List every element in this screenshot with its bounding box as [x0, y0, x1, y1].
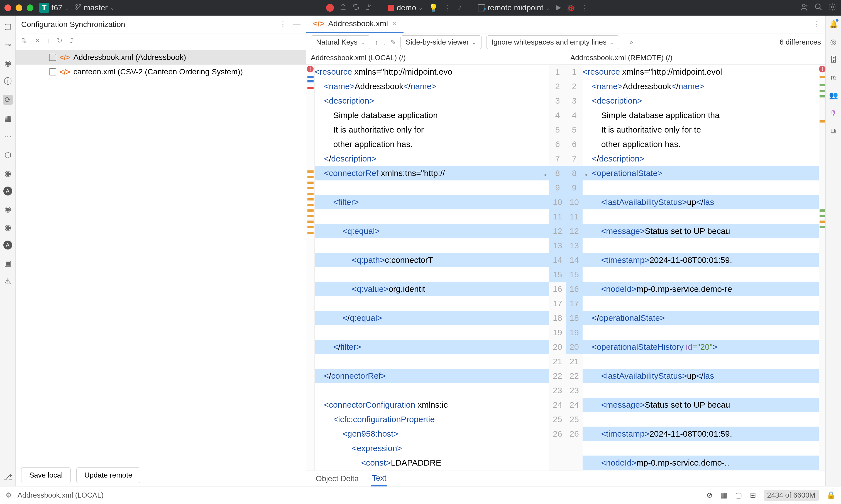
- commit-icon[interactable]: ⊸: [3, 39, 13, 50]
- project-selector[interactable]: T t67 ⌄: [39, 3, 69, 13]
- help-icon[interactable]: ⓘ: [3, 76, 13, 86]
- tree-item[interactable]: </> Addressbook.xml (Addressbook): [16, 50, 306, 65]
- team-icon[interactable]: 👥: [828, 90, 839, 100]
- remote-file-label: Addressbook.xml (REMOTE) (/): [566, 51, 825, 65]
- status-bar: ⚙ Addressbook.xml (LOCAL) ⊘ ▦ ▢ ⊞ 2434 o…: [0, 486, 841, 504]
- hex-icon[interactable]: ⬡: [3, 150, 13, 160]
- xml-file-icon: </>: [59, 53, 70, 62]
- right-tool-rail: 🔔 ◎ 🗄 m 👥 🎙 ⧉: [825, 16, 841, 486]
- prev-diff-icon[interactable]: ↑: [375, 38, 378, 46]
- vcs-icon[interactable]: ⎇: [3, 472, 13, 482]
- sync-panel: Configuration Synchronization ⋮ — ⇅ ✕ | …: [16, 16, 306, 486]
- refresh-icon[interactable]: [352, 3, 359, 13]
- dot3-icon[interactable]: ◉: [3, 222, 13, 232]
- local-code[interactable]: <resource xmlns="http://midpoint.evo <na…: [315, 65, 549, 471]
- next-diff-icon[interactable]: ↓: [382, 38, 386, 46]
- status-icon[interactable]: ⊘: [706, 491, 713, 500]
- save-local-button[interactable]: Save local: [21, 467, 71, 483]
- sync-icon[interactable]: ⟳: [3, 95, 13, 105]
- run-icon[interactable]: [556, 5, 561, 11]
- svg-point-5: [831, 6, 834, 8]
- more-icon[interactable]: ⋮: [444, 3, 452, 13]
- panel-title: Configuration Synchronization: [21, 20, 273, 29]
- add-user-icon[interactable]: [800, 3, 809, 13]
- branch-selector[interactable]: master ⌄: [75, 3, 115, 12]
- debug-icon[interactable]: 🐞: [567, 4, 575, 12]
- status-icon[interactable]: ▢: [735, 491, 742, 500]
- expand-all-icon[interactable]: ⇅: [21, 37, 27, 44]
- whitespace-mode-selector[interactable]: Ignore whitespaces and empty lines ⌄: [486, 35, 619, 49]
- edit-icon[interactable]: ✎: [390, 38, 396, 46]
- titlebar: T t67 ⌄ master ⌄ demo ⌄ 💡 ⋮ ⤢ remote mid…: [0, 0, 841, 16]
- minimize-window[interactable]: [16, 4, 22, 11]
- m-icon[interactable]: m: [828, 72, 839, 83]
- more-icon[interactable]: ⋯: [3, 131, 13, 142]
- chevron-down-icon: ⌄: [418, 4, 423, 11]
- branch-icon: [75, 3, 82, 12]
- more-icon[interactable]: ⋮: [581, 3, 589, 13]
- spiral-icon[interactable]: ◎: [828, 37, 839, 47]
- gear-dot-icon[interactable]: ◉: [3, 58, 13, 68]
- folder-icon[interactable]: ▢: [3, 21, 13, 31]
- left-marks: !: [306, 65, 315, 471]
- diff-view-tabs: Object Delta Text: [306, 471, 825, 486]
- checkbox[interactable]: [49, 54, 56, 61]
- remote-selector[interactable]: remote midpoint ⌄: [478, 3, 550, 12]
- warning-icon[interactable]: ⚠: [3, 276, 13, 286]
- chevron-down-icon: ⌄: [609, 39, 614, 46]
- editor-area: </> Addressbook.xml ✕ ⋮ Natural Keys ⌄ ↑…: [306, 16, 825, 486]
- search-icon[interactable]: [814, 3, 823, 13]
- upload-icon[interactable]: [339, 3, 347, 13]
- collab-icon[interactable]: ⧉: [828, 126, 839, 136]
- panel-minimize-icon[interactable]: —: [293, 20, 301, 29]
- zoom-window[interactable]: [27, 4, 33, 11]
- reload-icon[interactable]: ↻: [57, 37, 62, 44]
- local-pane[interactable]: ! <resource xmlns=: [306, 65, 549, 471]
- merge-right-icon[interactable]: »: [543, 168, 547, 182]
- checkbox[interactable]: [49, 68, 56, 75]
- line-gutter: 1234567891011121314151617181920212223242…: [549, 65, 583, 471]
- scroll-sync-icon[interactable]: »: [629, 38, 633, 46]
- expand-icon[interactable]: ⤢: [457, 4, 462, 11]
- update-remote-button[interactable]: Update remote: [76, 467, 140, 483]
- close-tab-icon[interactable]: ✕: [392, 20, 397, 27]
- tab-object-delta[interactable]: Object Delta: [315, 471, 360, 486]
- dot2-icon[interactable]: ◉: [3, 204, 13, 214]
- tree-item[interactable]: </> canteen.xml (CSV-2 (Canteen Ordering…: [16, 65, 306, 79]
- a2-circle-icon[interactable]: A: [3, 240, 12, 250]
- tab-menu-icon[interactable]: ⋮: [812, 20, 820, 29]
- push-icon[interactable]: ⤴: [70, 37, 73, 44]
- remote-name: remote midpoint: [487, 3, 543, 12]
- apps-icon[interactable]: ▦: [3, 113, 13, 123]
- status-icon[interactable]: ⊞: [750, 491, 756, 500]
- tab-text[interactable]: Text: [371, 471, 387, 486]
- run-config-selector[interactable]: demo ⌄: [388, 3, 423, 12]
- dot1-icon[interactable]: ◉: [3, 168, 13, 178]
- record-icon[interactable]: [326, 4, 334, 12]
- tree-item-label: canteen.xml (CSV-2 (Canteen Ordering Sys…: [73, 67, 243, 76]
- status-icon[interactable]: ▦: [720, 491, 727, 500]
- a-circle-icon[interactable]: A: [3, 186, 12, 196]
- terminal-icon[interactable]: ▣: [3, 258, 13, 268]
- diff-body: ! <resource xmlns=: [306, 65, 825, 471]
- merge-left-icon[interactable]: «: [584, 168, 588, 182]
- view-mode-selector[interactable]: Side-by-side viewer ⌄: [400, 35, 482, 49]
- incoming-icon[interactable]: [365, 3, 372, 13]
- remote-code[interactable]: <resource xmlns="http://midpoint.evol <n…: [583, 65, 819, 471]
- close-window[interactable]: [4, 4, 11, 11]
- notifications-icon[interactable]: 🔔: [828, 19, 839, 29]
- keys-mode-selector[interactable]: Natural Keys ⌄: [311, 35, 370, 49]
- branch-name: master: [84, 3, 108, 12]
- mic-icon[interactable]: 🎙: [828, 108, 839, 118]
- panel-menu-icon[interactable]: ⋮: [279, 20, 287, 29]
- database-icon[interactable]: 🗄: [828, 55, 839, 65]
- collapse-icon[interactable]: ✕: [35, 37, 40, 44]
- settings-icon[interactable]: [828, 3, 837, 13]
- project-badge: T: [39, 3, 49, 13]
- status-gear-icon[interactable]: ⚙: [5, 491, 12, 500]
- lightbulb-icon[interactable]: 💡: [429, 3, 438, 13]
- memory-indicator[interactable]: 2434 of 6600M: [764, 490, 819, 501]
- remote-pane[interactable]: « <resource xmlns="http://midpoint.evol …: [583, 65, 825, 471]
- lock-icon[interactable]: 🔒: [826, 491, 836, 500]
- editor-tab[interactable]: </> Addressbook.xml ✕: [306, 16, 404, 33]
